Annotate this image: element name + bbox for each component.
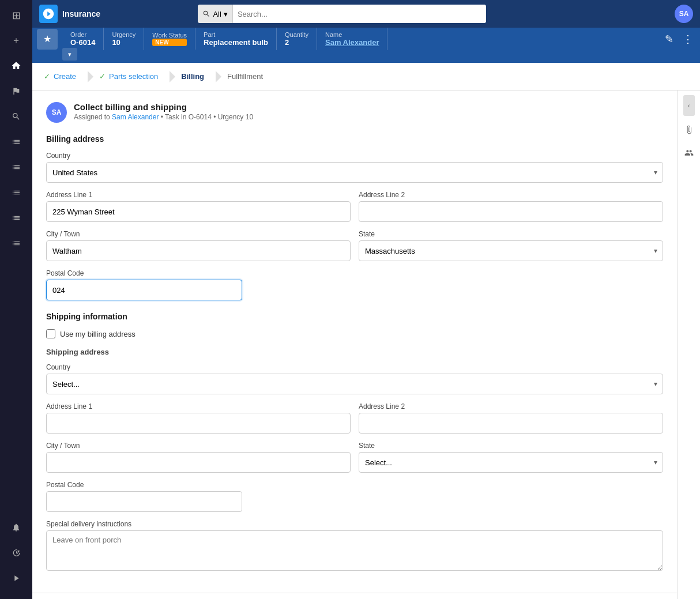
users-icon[interactable] xyxy=(682,146,696,162)
billing-postal-group: Postal Code xyxy=(46,269,242,300)
context-actions: ✎ ⋮ xyxy=(663,31,695,48)
content-area: SA Collect billing and shipping Assigned… xyxy=(32,91,700,599)
user-avatar[interactable]: SA xyxy=(675,5,693,23)
billing-country-group: Country United States ▾ xyxy=(46,152,663,183)
context-order: Order O-6014 xyxy=(62,28,104,50)
shipping-state-label: State xyxy=(359,442,663,450)
billing-country-label: Country xyxy=(46,152,663,160)
attachment-icon[interactable] xyxy=(682,123,696,139)
shipping-address-row: Address Line 1 Address Line 2 xyxy=(46,402,663,442)
urgency-value: 10 xyxy=(112,38,136,47)
work-status-label: Work Status xyxy=(152,32,187,39)
order-label: Order xyxy=(70,31,95,38)
shipping-country-group: Country Select... ▾ xyxy=(46,363,663,394)
sidebar-item-list3[interactable] xyxy=(6,182,27,203)
shipping-country-select[interactable]: Select... xyxy=(46,374,663,394)
edit-icon[interactable]: ✎ xyxy=(663,31,676,48)
sidebar: ⊞ ＋ xyxy=(0,0,32,599)
shipping-address2-group: Address Line 2 xyxy=(359,402,663,434)
sidebar-item-flag[interactable] xyxy=(6,81,27,101)
billing-state-select[interactable]: Massachusetts xyxy=(359,240,663,261)
shipping-state-select[interactable]: Select... xyxy=(359,452,663,473)
form-container: SA Collect billing and shipping Assigned… xyxy=(32,91,677,593)
step-create-check: ✓ xyxy=(44,72,50,81)
task-urgency: Urgency 10 xyxy=(218,113,253,121)
context-part: Part Replacement bulb xyxy=(195,28,277,50)
grid-icon[interactable]: ⊞ xyxy=(7,5,25,27)
shipping-address1-label: Address Line 1 xyxy=(46,402,351,410)
part-label: Part xyxy=(204,31,268,38)
right-panel-collapse[interactable]: ‹ xyxy=(683,95,695,116)
task-title: Collect billing and shipping xyxy=(74,102,253,112)
order-value: O-6014 xyxy=(70,38,95,47)
billing-city-input[interactable] xyxy=(46,240,351,261)
shipping-address2-input[interactable] xyxy=(359,413,663,434)
billing-country-select-wrapper: United States ▾ xyxy=(46,162,663,183)
special-instructions-group: Special delivery instructions xyxy=(46,520,663,573)
assigned-to-link[interactable]: Sam Alexander xyxy=(112,113,159,121)
panel-collapse-icon[interactable]: ‹ xyxy=(683,95,695,116)
search-filter-dropdown[interactable]: All ▾ xyxy=(198,5,232,23)
pega-logo xyxy=(39,5,58,23)
billing-address-row: Address Line 1 Address Line 2 xyxy=(46,191,663,230)
sidebar-item-play[interactable] xyxy=(6,568,27,589)
step-create[interactable]: ✓ Create xyxy=(32,63,88,90)
top-navigation: Insurance All ▾ SA xyxy=(32,0,700,28)
sidebar-item-home[interactable] xyxy=(6,55,27,76)
sidebar-item-list4[interactable] xyxy=(6,208,27,228)
step-create-label: Create xyxy=(54,72,76,81)
billing-address2-group: Address Line 2 xyxy=(359,191,663,222)
use-billing-address-checkbox[interactable] xyxy=(46,329,55,338)
billing-state-label: State xyxy=(359,230,663,238)
favorite-button[interactable]: ★ xyxy=(37,29,58,50)
billing-postal-label: Postal Code xyxy=(46,269,242,277)
form-area: SA Collect billing and shipping Assigned… xyxy=(32,91,677,599)
work-status-badge: NEW xyxy=(152,39,187,46)
billing-address2-input[interactable] xyxy=(359,201,663,222)
sidebar-item-history[interactable] xyxy=(6,543,27,563)
shipping-address1-input[interactable] xyxy=(46,413,351,434)
urgency-label: Urgency xyxy=(112,31,136,38)
shipping-state-group: State Select... ▾ xyxy=(359,442,663,473)
context-urgency: Urgency 10 xyxy=(104,28,144,50)
step-fulfillment-label: Fullfillment xyxy=(227,72,263,81)
shipping-postal-input[interactable] xyxy=(46,491,242,512)
sidebar-item-list1[interactable] xyxy=(6,131,27,152)
task-avatar: SA xyxy=(46,102,67,123)
sidebar-item-search[interactable] xyxy=(6,106,27,127)
billing-country-select[interactable]: United States xyxy=(46,162,663,183)
shipping-city-input[interactable] xyxy=(46,452,351,473)
shipping-city-group: City / Town xyxy=(46,442,351,473)
billing-address1-input[interactable] xyxy=(46,201,351,222)
step-billing[interactable]: Billing xyxy=(170,63,216,90)
more-options-icon[interactable]: ⋮ xyxy=(680,31,695,48)
task-subtitle: Assigned to Sam Alexander • Task in O-60… xyxy=(74,113,253,121)
step-billing-label: Billing xyxy=(181,72,204,81)
billing-city-state-row: City / Town State Massachusetts ▾ xyxy=(46,230,663,269)
step-fulfillment[interactable]: Fullfillment xyxy=(216,63,274,90)
name-label: Name xyxy=(325,31,379,38)
step-parts-selection[interactable]: ✓ Parts selection xyxy=(88,63,170,90)
shipping-country-label: Country xyxy=(46,363,663,371)
billing-address1-label: Address Line 1 xyxy=(46,191,351,199)
sidebar-item-list2[interactable] xyxy=(6,157,27,178)
shipping-section: Shipping information Use my billing addr… xyxy=(46,312,663,573)
sidebar-item-add[interactable]: ＋ xyxy=(6,30,27,51)
quantity-value: 2 xyxy=(285,38,308,47)
context-quantity: Quantity 2 xyxy=(277,28,317,50)
context-expand-button[interactable]: ▾ xyxy=(62,48,77,61)
search-input[interactable] xyxy=(233,5,487,23)
shipping-country-select-wrapper: Select... ▾ xyxy=(46,374,663,394)
search-bar: All ▾ xyxy=(198,5,486,23)
special-instructions-textarea[interactable] xyxy=(46,530,663,571)
name-value[interactable]: Sam Alexander xyxy=(325,38,379,47)
billing-address1-group: Address Line 1 xyxy=(46,191,351,222)
billing-address-header: Billing address xyxy=(46,134,663,144)
sidebar-item-list5[interactable] xyxy=(6,233,27,254)
steps-bar: ✓ Create ✓ Parts selection Billing Fullf… xyxy=(32,63,700,91)
shipping-state-select-wrapper: Select... ▾ xyxy=(359,452,663,473)
step-parts-label: Parts selection xyxy=(109,72,158,81)
sidebar-item-notifications[interactable] xyxy=(6,517,27,538)
billing-postal-input[interactable] xyxy=(46,280,242,300)
billing-state-group: State Massachusetts ▾ xyxy=(359,230,663,261)
